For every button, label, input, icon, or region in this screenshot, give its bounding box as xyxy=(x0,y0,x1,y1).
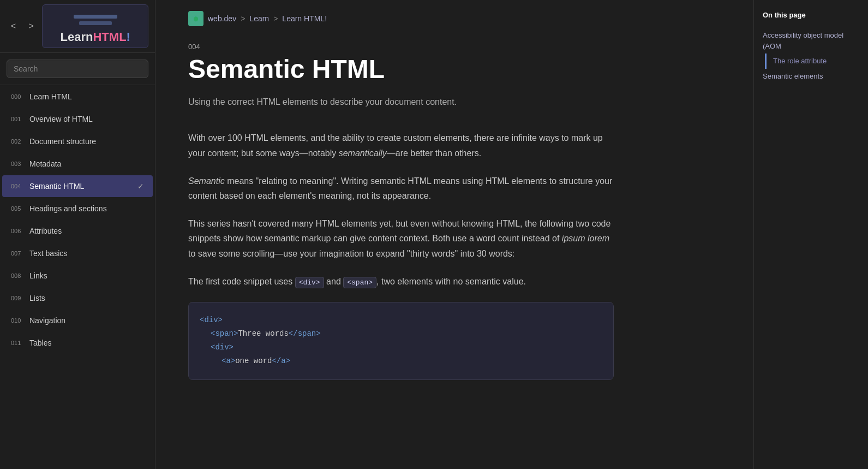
nav-label: Lists xyxy=(29,294,45,302)
nav-check-icon: ✓ xyxy=(137,182,144,191)
nav-num: 007 xyxy=(11,250,24,257)
para2-italic: Semantic xyxy=(188,176,225,186)
breadcrumb: web.dev > Learn > Learn HTML! xyxy=(188,0,614,43)
para3-text: This series hasn't covered many HTML ele… xyxy=(188,219,610,243)
page-title: Semantic HTML xyxy=(188,55,614,84)
para4-end: , two elements with no semantic value. xyxy=(376,277,526,286)
nav-num: 000 xyxy=(11,93,24,100)
main-content: web.dev > Learn > Learn HTML! 004 Semant… xyxy=(155,0,753,469)
nav-list: 000 Learn HTML 001 Overview of HTML 002 … xyxy=(0,85,155,469)
nav-item-navigation[interactable]: 010 Navigation xyxy=(2,310,153,331)
nav-num: 002 xyxy=(11,138,24,145)
toc-item[interactable]: Accessibility object model (AOM xyxy=(763,28,859,54)
nav-num: 010 xyxy=(11,317,24,324)
nav-label: Navigation xyxy=(29,316,65,325)
nav-item-links[interactable]: 008 Links xyxy=(2,265,153,287)
logo-text: Learn HTML ! xyxy=(61,30,130,44)
code-line: <div> xyxy=(200,341,602,354)
para1-end: —are better than others. xyxy=(387,149,481,158)
nav-num: 003 xyxy=(11,161,24,167)
nav-label: Document structure xyxy=(29,137,96,146)
nav-num: 009 xyxy=(11,295,24,301)
back-icon[interactable]: < xyxy=(7,19,20,34)
content-para-2: Semantic means "relating to meaning". Wr… xyxy=(188,174,614,203)
breadcrumb-section[interactable]: Learn HTML! xyxy=(282,14,327,23)
nav-label: Attributes xyxy=(29,227,62,235)
nav-item-document-structure[interactable]: 002 Document structure xyxy=(2,130,153,152)
para4-code2: <span> xyxy=(343,277,376,288)
nav-label: Links xyxy=(29,271,47,280)
nav-num: 008 xyxy=(11,272,24,279)
nav-num: 011 xyxy=(11,340,24,346)
nav-num: 004 xyxy=(11,183,24,189)
code-line: <span>Three words</span> xyxy=(200,327,602,341)
search-input[interactable] xyxy=(7,60,148,78)
breadcrumb-learn[interactable]: Learn xyxy=(249,14,269,23)
content-para-3: This series hasn't covered many HTML ele… xyxy=(188,216,614,261)
nav-label: Tables xyxy=(29,339,51,347)
nav-num: 006 xyxy=(11,228,24,234)
forward-icon[interactable]: > xyxy=(25,19,38,34)
on-this-page-title: On this page xyxy=(763,11,859,19)
nav-item-headings-and-sections[interactable]: 005 Headings and sections xyxy=(2,198,153,219)
breadcrumb-sep2: > xyxy=(273,14,278,23)
nav-label: Semantic HTML xyxy=(29,182,84,191)
nav-label: Metadata xyxy=(29,159,61,168)
nav-label: Headings and sections xyxy=(29,204,107,213)
nav-item-lists[interactable]: 009 Lists xyxy=(2,287,153,309)
nav-item-overview-of-html[interactable]: 001 Overview of HTML xyxy=(2,108,153,130)
para2-mid: means "relating to meaning". Writing sem… xyxy=(188,176,612,200)
nav-item-learn-html[interactable]: 000 Learn HTML xyxy=(2,86,153,108)
logo-banner[interactable]: Learn HTML ! xyxy=(42,4,148,48)
nav-label: Learn HTML xyxy=(29,92,72,101)
toc-list: Accessibility object model (AOMThe role … xyxy=(763,28,859,84)
content-area: web.dev > Learn > Learn HTML! 004 Semant… xyxy=(155,0,646,469)
nav-label: Text basics xyxy=(29,249,67,258)
logo-learn: Learn xyxy=(61,30,93,44)
sidebar: < > Learn HTML ! 000 Learn HTML 001 Over… xyxy=(0,0,155,469)
nav-label: Overview of HTML xyxy=(29,115,93,123)
page-number: 004 xyxy=(188,43,614,51)
para4-mid: and xyxy=(324,277,344,286)
breadcrumb-sep1: > xyxy=(241,14,245,23)
para4-code1: <div> xyxy=(295,277,324,288)
toc-item[interactable]: Semantic elements xyxy=(763,69,859,84)
breadcrumb-home[interactable]: web.dev xyxy=(208,14,236,23)
logo-exclaim: ! xyxy=(127,30,130,44)
nav-num: 001 xyxy=(11,116,24,122)
content-para-4: The first code snippet uses <div> and <s… xyxy=(188,274,614,289)
nav-item-attributes[interactable]: 006 Attributes xyxy=(2,220,153,242)
code-line: <a>one word</a> xyxy=(200,354,602,368)
nav-item-text-basics[interactable]: 007 Text basics xyxy=(2,242,153,264)
para4-start: The first code snippet uses xyxy=(188,277,295,286)
search-area xyxy=(0,53,155,85)
sidebar-top: < > Learn HTML ! xyxy=(0,0,155,53)
nav-num: 005 xyxy=(11,205,24,212)
nav-item-metadata[interactable]: 003 Metadata xyxy=(2,153,153,175)
logo-html: HTML xyxy=(93,30,126,44)
right-panel: On this page Accessibility object model … xyxy=(753,0,868,469)
content-para-1: With over 100 HTML elements, and the abi… xyxy=(188,130,614,160)
para3-italic: ipsum lorem xyxy=(562,234,609,243)
code-line: <div> xyxy=(200,313,602,327)
para3-end: to save some scrolling—use your imaginat… xyxy=(188,249,514,258)
code-block: <div><span>Three words</span><div><a>one… xyxy=(188,302,614,380)
page-subtitle: Using the correct HTML elements to descr… xyxy=(188,95,614,109)
webdev-logo[interactable] xyxy=(188,11,203,26)
toc-item[interactable]: The role attribute xyxy=(765,54,859,69)
nav-item-semantic-html[interactable]: 004 Semantic HTML ✓ xyxy=(2,175,153,197)
nav-item-tables[interactable]: 011 Tables xyxy=(2,332,153,354)
para1-italic: semantically xyxy=(339,149,387,158)
